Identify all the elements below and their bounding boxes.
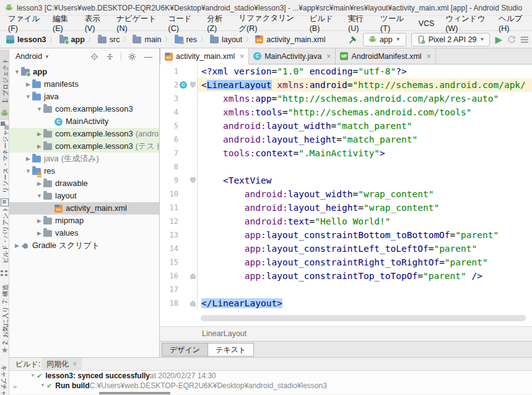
build-hammer-icon[interactable] xyxy=(348,35,358,45)
code-text[interactable]: <?xml version="1.0" encoding="utf-8"?> xyxy=(198,64,532,78)
code-text[interactable]: android:text="Hello World!" xyxy=(198,215,532,228)
close-icon[interactable]: × xyxy=(326,52,331,61)
tree-item-layout[interactable]: ▼layout xyxy=(9,190,159,202)
close-icon[interactable]: × xyxy=(240,52,244,61)
tool-window-button-5[interactable]: 2: お気に入り xyxy=(1,311,9,345)
tree-item-com.example.lesson3[interactable]: ▶com.example.lesson3(androidTest) xyxy=(9,128,159,140)
menu-item-9[interactable]: 実行(U) xyxy=(342,12,375,35)
close-icon[interactable]: × xyxy=(72,360,77,368)
menu-item-10[interactable]: ツール(T) xyxy=(375,12,413,35)
device-dropdown[interactable]: Pixel 2 API 29 ▼ xyxy=(411,33,491,47)
tree-item-app[interactable]: ▼app xyxy=(9,66,159,78)
hide-panel-button[interactable]: — xyxy=(141,52,155,61)
code-editor[interactable]: 1<?xml version="1.0" encoding="utf-8"?>2… xyxy=(160,64,532,326)
tree-item-com.example.lesson3[interactable]: ▶com.example.lesson3(テスト) xyxy=(9,140,159,153)
tool-window-button-3[interactable]: ビルド・バリアント xyxy=(1,208,9,264)
tree-expanded-chevron-icon[interactable]: ▼ xyxy=(39,381,46,391)
locate-file-button[interactable] xyxy=(88,53,101,61)
tree-item-mipmap[interactable]: ▶mipmap xyxy=(9,215,159,227)
tool-window-button-4[interactable]: 7: 構造 xyxy=(1,279,9,309)
fold-open-icon[interactable] xyxy=(190,82,196,88)
tool-window-button-2[interactable]: リソース・マネージャー xyxy=(1,131,9,193)
tree-item-Gradle スクリプト[interactable]: ▶Gradle スクリプト xyxy=(9,239,159,252)
tree-collapsed-chevron-icon[interactable]: ▶ xyxy=(35,227,43,239)
breadcrumb-item-res[interactable]: res xyxy=(175,35,197,44)
tree-collapsed-chevron-icon[interactable]: ▶ xyxy=(35,215,43,227)
editor-breadcrumb[interactable]: LinearLayout xyxy=(160,326,532,341)
editor-tab-MainActivity.java[interactable]: CMainActivity.java× xyxy=(249,48,336,64)
code-text[interactable]: app:layout_constraintRight_toRightOf="pa… xyxy=(198,255,532,269)
run-config-dropdown[interactable]: app ▼ xyxy=(363,33,406,47)
tree-item-java[interactable]: ▼java xyxy=(9,91,159,103)
tree-expanded-chevron-icon[interactable]: ▼ xyxy=(13,66,21,78)
tool-window-button-6[interactable]: キャプチャー xyxy=(0,362,8,395)
fold-close-icon[interactable] xyxy=(190,273,196,279)
code-text[interactable]: app:layout_constraintBottom_toBottomOf="… xyxy=(198,228,532,242)
tree-item-res[interactable]: ▼res xyxy=(9,165,159,177)
sync-tab[interactable]: 同期化 × xyxy=(41,358,82,371)
tree-collapsed-chevron-icon[interactable]: ▶ xyxy=(24,78,32,91)
tool-window-button-1[interactable]: 1: プロジェクト xyxy=(1,53,9,108)
tree-item-activity_main.xml[interactable]: <>activity_main.xml xyxy=(9,202,159,215)
breadcrumb-item-activity_main.xml[interactable]: <>activity_main.xml xyxy=(255,35,325,44)
menu-item-1[interactable]: ファイル(F) xyxy=(2,12,47,35)
fold-open-icon[interactable] xyxy=(190,177,196,184)
collapse-all-button[interactable] xyxy=(103,53,116,61)
menu-item-4[interactable]: ナビゲート(N) xyxy=(111,12,162,35)
editor-tab-activity_main.xml[interactable]: <>activity_main.xml× xyxy=(160,48,249,64)
expand-all-icon[interactable]: » xyxy=(13,383,16,390)
tree-item-values[interactable]: ▶values xyxy=(9,227,159,239)
breadcrumb-item-src[interactable]: src xyxy=(98,35,120,44)
code-text[interactable]: <TextView xyxy=(198,174,532,187)
tree-expanded-chevron-icon[interactable]: ▼ xyxy=(24,165,32,177)
tree-item-drawable[interactable]: ▶drawable xyxy=(9,177,159,190)
breadcrumb-item-lesson3[interactable]: lesson3 xyxy=(6,35,46,44)
tree-collapsed-chevron-icon[interactable]: ▶ xyxy=(24,153,32,165)
fold-close-icon[interactable] xyxy=(190,300,196,306)
tree-collapsed-chevron-icon[interactable]: ▶ xyxy=(35,177,43,190)
menu-item-11[interactable]: VCS xyxy=(413,17,440,30)
code-text[interactable]: android:layout_height="wrap_content" xyxy=(198,201,532,215)
tree-expanded-chevron-icon[interactable]: ▼ xyxy=(35,103,43,115)
tree-collapsed-chevron-icon[interactable]: ▶ xyxy=(35,128,43,140)
code-text[interactable]: app:layout_constraintTop_toTopOf="parent… xyxy=(198,269,532,283)
tree-collapsed-chevron-icon[interactable]: ▶ xyxy=(13,239,21,252)
horizontal-scrollbar[interactable] xyxy=(201,315,526,321)
code-text[interactable]: tools:context=".MainActivity"> xyxy=(198,146,532,160)
menu-item-13[interactable]: ヘルプ(H) xyxy=(493,12,532,35)
breadcrumb-item-main[interactable]: main xyxy=(133,35,161,44)
editor-tab-AndroidManifest.xml[interactable]: MFAndroidManifest.xml× xyxy=(336,48,435,64)
code-text[interactable]: </LinearLayout> xyxy=(198,296,532,310)
code-text[interactable] xyxy=(198,160,532,174)
tree-expanded-chevron-icon[interactable]: ▼ xyxy=(24,91,32,103)
tree-item-manifests[interactable]: ▶manifests xyxy=(9,78,159,91)
menu-item-7[interactable]: リファクタリング(R) xyxy=(233,11,303,36)
gear-icon[interactable] xyxy=(126,53,139,61)
tree-expanded-chevron-icon[interactable]: ▼ xyxy=(35,190,43,202)
code-text[interactable]: android:layout_width="match_parent" xyxy=(198,119,532,133)
menu-item-6[interactable]: 分析(Z) xyxy=(201,12,233,35)
build-scrollbar-thumb[interactable] xyxy=(99,392,170,394)
menu-item-5[interactable]: コード(C) xyxy=(163,12,202,35)
code-text[interactable]: xmlns:app="http://schemas.android.com/ap… xyxy=(198,92,532,105)
menu-item-8[interactable]: ビルド(B) xyxy=(304,12,342,35)
breadcrumb-item-layout[interactable]: layout xyxy=(210,35,242,44)
view-tab-デザイン[interactable]: デザイン xyxy=(162,343,208,357)
menu-item-3[interactable]: 表示(V) xyxy=(79,12,111,35)
menu-item-12[interactable]: ウィンドウ(W) xyxy=(440,12,493,35)
code-text[interactable]: android:layout_width="wrap_content" xyxy=(198,187,532,201)
profiler-icon[interactable] xyxy=(521,37,528,38)
code-text[interactable]: app:layout_constraintLeft_toLeftOf="pare… xyxy=(198,242,532,255)
code-text[interactable] xyxy=(198,283,532,296)
view-tab-テキスト[interactable]: テキスト xyxy=(208,343,254,357)
menu-item-2[interactable]: 編集(E) xyxy=(47,12,79,35)
tree-item-com.example.lesson3[interactable]: ▼com.example.lesson3 xyxy=(9,103,159,115)
tree-item-java[interactable]: ▶java(生成済み) xyxy=(9,153,159,165)
close-icon[interactable]: × xyxy=(427,52,431,61)
code-text[interactable]: <LinearLayout xmlns:android="http://sche… xyxy=(198,78,532,92)
tree-collapsed-chevron-icon[interactable]: ▶ xyxy=(35,140,43,153)
project-view-selector[interactable]: Android xyxy=(15,52,42,61)
code-text[interactable]: xmlns:tools="http://schemas.android.com/… xyxy=(198,105,532,119)
tree-item-MainActivity[interactable]: CMainActivity xyxy=(9,115,159,128)
apply-changes-icon[interactable] xyxy=(507,35,516,44)
